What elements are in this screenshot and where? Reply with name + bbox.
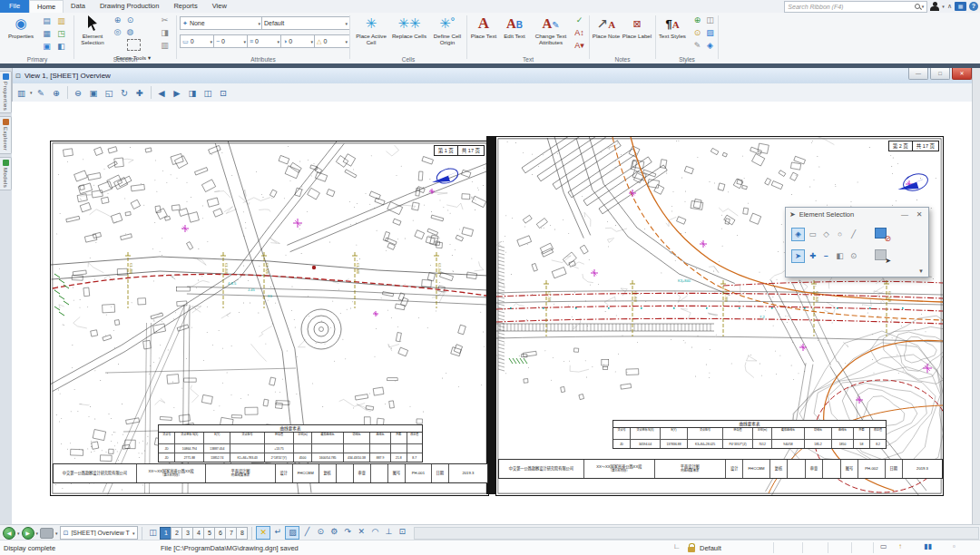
snap-mode-icon[interactable]: ∟ bbox=[673, 542, 681, 550]
line-styles-icon[interactable]: ◫ bbox=[704, 15, 716, 25]
display-styles-icon[interactable]: ▨ bbox=[704, 27, 716, 38]
zoom-out-icon[interactable]: ⊖ bbox=[72, 86, 85, 100]
fit-view-icon[interactable]: ◱ bbox=[103, 86, 116, 100]
ribbon-tab-reports[interactable]: Reports bbox=[166, 0, 204, 13]
view-title-bar[interactable]: ⊡ View 1, [SHEET] Overview — □ ✕ bbox=[12, 68, 975, 84]
ribbon-tab-home[interactable]: Home bbox=[29, 0, 64, 13]
locate-icon[interactable]: ▨ bbox=[285, 526, 299, 540]
view-history-button[interactable] bbox=[40, 528, 54, 539]
define-cell-origin-button[interactable]: ✳˚ Define Cell Origin bbox=[429, 15, 466, 54]
select-group-icon[interactable]: ⊙ bbox=[124, 15, 136, 25]
method-line-icon[interactable]: ╱ bbox=[848, 229, 859, 240]
lock-icon[interactable] bbox=[687, 543, 695, 552]
attach-tools-icon[interactable]: ▦ bbox=[41, 28, 53, 39]
dimension-styles-icon[interactable]: ⊕ bbox=[691, 15, 703, 25]
fence-mode-icon[interactable]: ↑ bbox=[898, 542, 902, 550]
view-prev-caret-icon[interactable]: ▾ bbox=[17, 531, 20, 536]
dialog-expand-icon[interactable]: ▼ bbox=[918, 268, 924, 274]
active-template-combo[interactable]: ✦ None ▾ bbox=[180, 16, 263, 30]
zoom-in-icon[interactable]: ⊕ bbox=[50, 86, 64, 100]
ribbon-tab-data[interactable]: Data bbox=[64, 0, 93, 13]
mode-new-button[interactable]: ⊘ bbox=[875, 228, 889, 240]
properties-button[interactable]: ◉ Properties bbox=[4, 15, 38, 54]
select-all-icon[interactable]: ◍ bbox=[124, 26, 136, 37]
snap-elbow-icon[interactable]: ↵ bbox=[271, 526, 284, 538]
clip-volume-icon[interactable]: ◫ bbox=[201, 86, 215, 100]
snap-origin-icon[interactable]: ⊙ bbox=[314, 526, 327, 538]
text-styles-button[interactable]: ¶A Text Styles bbox=[657, 15, 688, 54]
window-area-icon[interactable]: ▣ bbox=[87, 86, 101, 100]
rotate-view-icon[interactable]: ↻ bbox=[118, 86, 132, 100]
style-tools-icon[interactable]: ✎ bbox=[691, 40, 703, 51]
sidebar-tab-properties[interactable]: Properties bbox=[0, 71, 12, 113]
method-circle-icon[interactable]: ○ bbox=[834, 229, 846, 240]
active-level-combo[interactable]: Default ▾ bbox=[261, 16, 350, 30]
select-by-attr-icon[interactable]: ⊕ bbox=[112, 15, 123, 25]
help-icon[interactable]: ? bbox=[969, 2, 978, 11]
snap-arc-icon[interactable]: ◠ bbox=[368, 526, 381, 538]
connect-icon[interactable]: ▦ bbox=[955, 2, 966, 11]
element-styles-icon[interactable]: ⊙ bbox=[691, 27, 703, 38]
snap-window-icon[interactable]: ⊡ bbox=[396, 526, 408, 538]
replace-cells-button[interactable]: ✳✳ Replace Cells bbox=[391, 15, 427, 54]
dialog-title-bar[interactable]: ➤ Element Selection — ✕ bbox=[786, 208, 928, 221]
change-text-attributes-button[interactable]: A✎ Change Text Attributes bbox=[530, 15, 572, 54]
view-previous-icon[interactable]: ◀ bbox=[155, 86, 169, 100]
line-style-combo[interactable]: − 0 ▾ bbox=[213, 34, 249, 48]
view-toggle-8[interactable]: 8 bbox=[236, 527, 248, 540]
collapse-ribbon-icon[interactable]: ∧ bbox=[947, 3, 952, 10]
sidebar-tab-explorer[interactable]: Explorer bbox=[0, 116, 12, 153]
snap-cross-icon[interactable]: ✕ bbox=[355, 526, 368, 538]
sidebar-tab-models[interactable]: Models bbox=[0, 157, 12, 190]
view-next-icon[interactable]: ▶ bbox=[171, 86, 184, 100]
select-prev-icon[interactable]: ◎ bbox=[112, 26, 123, 37]
display-style-icon[interactable]: ✎ bbox=[34, 86, 48, 100]
method-block-icon[interactable]: ▭ bbox=[807, 229, 818, 240]
text-tools-icon[interactable]: A↕ bbox=[573, 27, 585, 38]
line-weight-combo[interactable]: ≡ 0 ▾ bbox=[247, 34, 282, 48]
view-attr-caret-icon[interactable]: ▾ bbox=[30, 90, 33, 95]
clip-mask-icon[interactable]: ⊡ bbox=[217, 86, 230, 100]
view-minimize-button[interactable]: — bbox=[908, 68, 928, 80]
view-next-button[interactable]: ▶ bbox=[22, 527, 34, 540]
view-group-combo[interactable]: ⊡ [SHEET] Overview T ▾ bbox=[60, 526, 139, 540]
copy-icon[interactable]: ◨ bbox=[159, 27, 171, 38]
priority-combo[interactable]: △ 0 ▾ bbox=[314, 34, 350, 48]
mode-subtract-icon[interactable]: − bbox=[820, 250, 832, 262]
mode-clear-icon[interactable]: ⊙ bbox=[848, 250, 859, 262]
pan-view-icon[interactable]: ✚ bbox=[133, 86, 147, 100]
method-shape-icon[interactable]: ◇ bbox=[820, 229, 832, 240]
place-note-button[interactable]: ↗A Place Note bbox=[591, 15, 622, 54]
user-caret-icon[interactable]: ▾ bbox=[942, 4, 945, 9]
view-maximize-button[interactable]: □ bbox=[930, 68, 950, 80]
active-color-combo[interactable]: ▭ 0 ▾ bbox=[180, 34, 215, 48]
method-individual-icon[interactable]: ◈ bbox=[791, 228, 805, 241]
snap-perpendicular-icon[interactable]: ⊥ bbox=[382, 526, 395, 538]
ribbon-tab-drawing-production[interactable]: Drawing Production bbox=[93, 0, 166, 13]
dialog-close-icon[interactable]: ✕ bbox=[914, 210, 925, 219]
view-history-caret-icon[interactable]: ▾ bbox=[55, 531, 58, 536]
spell-check-icon[interactable]: ✓ bbox=[573, 15, 585, 25]
ribbon-tab-view[interactable]: View bbox=[205, 0, 234, 13]
copy-view-icon[interactable]: ◨ bbox=[186, 86, 200, 100]
accudraw-icon[interactable]: ⚙ bbox=[328, 526, 340, 538]
place-active-cell-button[interactable]: ✳ Place Active Cell bbox=[353, 15, 389, 54]
search-caret-icon[interactable]: ▾ bbox=[922, 4, 925, 9]
mode-select-icon[interactable]: ➤ bbox=[791, 249, 805, 263]
design-history-icon[interactable]: ▮▮ bbox=[924, 542, 932, 550]
level-display-icon[interactable]: ◳ bbox=[55, 28, 67, 39]
snap-slash-icon[interactable]: ╱ bbox=[300, 526, 313, 538]
dialog-minimize-icon[interactable]: — bbox=[899, 210, 910, 219]
ribbon-search-input[interactable]: Search Ribbon (F4) ▾ bbox=[784, 1, 927, 13]
mode-invert-icon[interactable]: ◧ bbox=[834, 250, 846, 262]
explorer-icon[interactable]: ▤ bbox=[41, 15, 53, 26]
view-attributes-icon[interactable]: ▥ bbox=[15, 86, 28, 100]
edit-text-button[interactable]: AB Edit Text bbox=[499, 15, 530, 54]
active-level-label[interactable]: Default bbox=[700, 544, 721, 552]
selection-set-icon[interactable]: ▭ bbox=[880, 542, 887, 550]
transparency-combo[interactable]: ◑ 0 ▾ bbox=[280, 34, 316, 48]
element-selection-dialog[interactable]: ➤ Element Selection — ✕ ◈ ▭ ◇ ○ ╱ ⊘ ➤ ✚ … bbox=[785, 207, 929, 278]
element-info-icon[interactable]: ◧ bbox=[55, 41, 67, 52]
dialog-toggle-icon[interactable]: ▫ bbox=[953, 542, 956, 550]
user-icon[interactable] bbox=[930, 2, 939, 12]
